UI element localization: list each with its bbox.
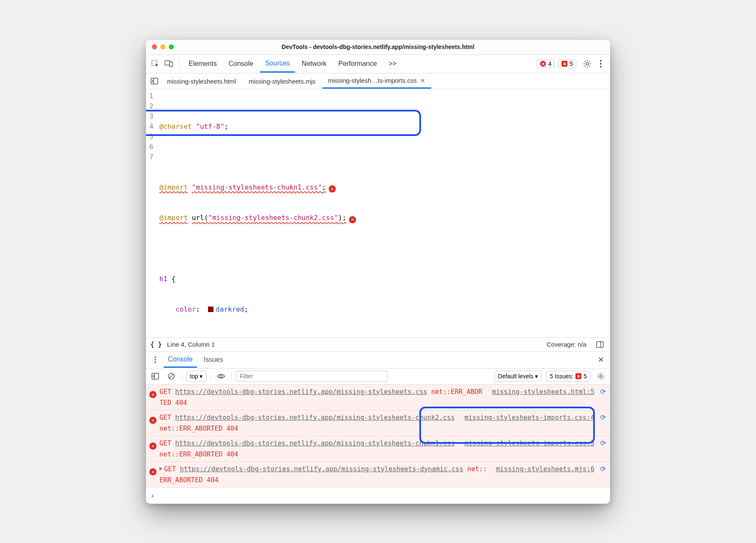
svg-point-10 xyxy=(154,359,156,361)
log-message: GET https://devtools-dbg-stories.netlify… xyxy=(159,386,484,408)
error-icon: ✕ xyxy=(149,468,157,475)
line-number: 1 xyxy=(149,91,154,101)
svg-point-14 xyxy=(220,375,222,377)
token-value: darkred xyxy=(216,305,244,313)
tab-sources[interactable]: Sources xyxy=(260,55,295,73)
tab-performance[interactable]: Performance xyxy=(333,56,382,72)
log-url[interactable]: https://devtools-dbg-stories.netlify.app… xyxy=(175,388,427,396)
console-settings-gear-icon[interactable] xyxy=(595,370,607,382)
live-expression-eye-icon[interactable] xyxy=(215,370,227,382)
reload-icon[interactable]: ⟳ xyxy=(600,412,606,434)
error-icon: ✕ xyxy=(149,417,157,424)
log-levels-selector[interactable]: Default levels ▾ xyxy=(494,371,542,382)
log-url[interactable]: https://devtools-dbg-stories.netlify.app… xyxy=(175,414,455,421)
error-icon: ✕ xyxy=(149,391,157,398)
token-punct: ); xyxy=(338,214,346,222)
token-string: "utf-8" xyxy=(196,122,224,130)
devtools-window: DevTools - devtools-dbg-stories.netlify.… xyxy=(146,40,610,504)
issues-link[interactable]: 5 Issues: ✕ 5 xyxy=(546,371,591,382)
pretty-print-icon[interactable]: { } xyxy=(150,339,162,350)
token-punct: ; xyxy=(244,305,248,313)
kebab-menu-icon[interactable] xyxy=(595,58,607,70)
tab-more[interactable]: >> xyxy=(383,56,402,72)
svg-rect-7 xyxy=(151,78,158,84)
line-number: 5 xyxy=(149,132,154,142)
divider xyxy=(179,59,179,69)
close-window-button[interactable] xyxy=(152,44,157,49)
code-area[interactable]: @charset "utf-8"; @import "missing-style… xyxy=(159,91,610,335)
reload-icon[interactable]: ⟳ xyxy=(600,438,606,460)
log-url[interactable]: https://devtools-dbg-stories.netlify.app… xyxy=(180,465,463,473)
zoom-window-button[interactable] xyxy=(169,44,174,49)
reload-icon[interactable]: ⟳ xyxy=(600,386,606,408)
line-number: 7 xyxy=(149,152,154,162)
divider xyxy=(231,372,232,380)
reload-icon[interactable]: ⟳ xyxy=(600,464,606,486)
line-number: 6 xyxy=(149,142,154,152)
settings-gear-icon[interactable] xyxy=(581,58,593,70)
close-tab-icon[interactable]: ✕ xyxy=(420,77,425,84)
navigator-toggle-icon[interactable] xyxy=(148,75,160,87)
error-icon[interactable]: ✕ xyxy=(329,185,336,193)
drawer-tab-console[interactable]: Console xyxy=(164,352,197,368)
expand-triangle-icon[interactable] xyxy=(159,467,162,471)
levels-label: Default levels ▾ xyxy=(498,373,538,380)
inspect-element-icon[interactable] xyxy=(149,58,161,70)
console-prompt[interactable]: › xyxy=(146,488,610,504)
console-error-row[interactable]: ✕ GET https://devtools-dbg-stories.netli… xyxy=(146,436,610,462)
divider xyxy=(181,372,182,380)
token-punct: ; xyxy=(224,122,229,130)
console-filter-input[interactable] xyxy=(236,371,388,382)
file-tab-label: missing-stylesheets.html xyxy=(167,78,236,85)
log-message: GET https://devtools-dbg-stories.netlify… xyxy=(159,438,457,460)
error-circle-icon: ✕ xyxy=(540,61,546,67)
log-source-link[interactable]: missing-stylesheets-imports.css:3 xyxy=(464,438,594,460)
svg-rect-12 xyxy=(152,373,159,379)
code-editor[interactable]: 1 2 3 4 5 6 7 @charset "utf-8"; @import … xyxy=(146,90,610,337)
error-count-badge[interactable]: ✕ 4 xyxy=(537,60,555,68)
error-count: 4 xyxy=(548,60,551,67)
file-tabstrip: missing-stylesheets.html missing-stylesh… xyxy=(146,73,610,90)
console-sidebar-toggle-icon[interactable] xyxy=(149,370,161,382)
console-error-row[interactable]: ✕ GET https://devtools-dbg-stories.netli… xyxy=(146,410,610,436)
window-controls xyxy=(152,44,174,49)
token-punct: ( xyxy=(204,214,208,222)
sidebar-toggle-icon[interactable] xyxy=(594,339,606,350)
log-source-link[interactable]: missing-stylesheets.html:5 xyxy=(492,386,594,408)
log-source-link[interactable]: missing-stylesheets.mjs:6 xyxy=(496,464,594,486)
log-url[interactable]: https://devtools-dbg-stories.netlify.app… xyxy=(175,440,455,447)
token-punct: ; xyxy=(322,183,326,191)
color-swatch-icon[interactable] xyxy=(208,307,213,312)
svg-point-11 xyxy=(154,361,156,363)
file-tab-html[interactable]: missing-stylesheets.html xyxy=(161,74,242,88)
issue-count-badge[interactable]: ✕ 5 xyxy=(558,60,576,68)
error-icon[interactable]: ✕ xyxy=(349,216,356,223)
main-tabstrip: Elements Console Sources Network Perform… xyxy=(146,55,610,73)
clear-console-icon[interactable] xyxy=(165,370,177,382)
console-error-row[interactable]: ✕ GET https://devtools-dbg-stories.netli… xyxy=(146,462,610,488)
context-label: top ▾ xyxy=(190,373,202,380)
token-indent xyxy=(159,305,176,313)
titlebar: DevTools - devtools-dbg-stories.netlify.… xyxy=(146,40,610,55)
file-tab-css[interactable]: missing-stylesh…ts-imports.css ✕ xyxy=(322,73,431,89)
file-tab-mjs[interactable]: missing-stylesheets.mjs xyxy=(243,74,321,88)
drawer-kebab-icon[interactable] xyxy=(149,354,161,366)
console-log: ✕ GET https://devtools-dbg-stories.netli… xyxy=(146,385,610,504)
token-string: "missing-stylesheets-chukn1.css" xyxy=(192,183,322,191)
issue-square-icon: ✕ xyxy=(575,373,581,379)
svg-rect-2 xyxy=(170,62,173,67)
line-number: 4 xyxy=(149,122,154,132)
console-error-row[interactable]: ✕ GET https://devtools-dbg-stories.netli… xyxy=(146,385,610,410)
divider xyxy=(211,372,211,380)
minimize-window-button[interactable] xyxy=(160,44,165,49)
close-drawer-icon[interactable]: ✕ xyxy=(595,354,607,366)
log-source-link[interactable]: missing-stylesheets-imports.css:4 xyxy=(464,412,594,434)
token-punct: { xyxy=(167,275,176,283)
tab-console[interactable]: Console xyxy=(224,56,259,72)
tab-elements[interactable]: Elements xyxy=(184,56,222,72)
token-string: "missing-stylesheets-chunk2.css" xyxy=(208,214,338,222)
tab-network[interactable]: Network xyxy=(297,56,332,72)
context-selector[interactable]: top ▾ xyxy=(186,371,206,382)
device-toolbar-icon[interactable] xyxy=(163,58,175,70)
drawer-tab-issues[interactable]: Issues xyxy=(200,353,227,367)
